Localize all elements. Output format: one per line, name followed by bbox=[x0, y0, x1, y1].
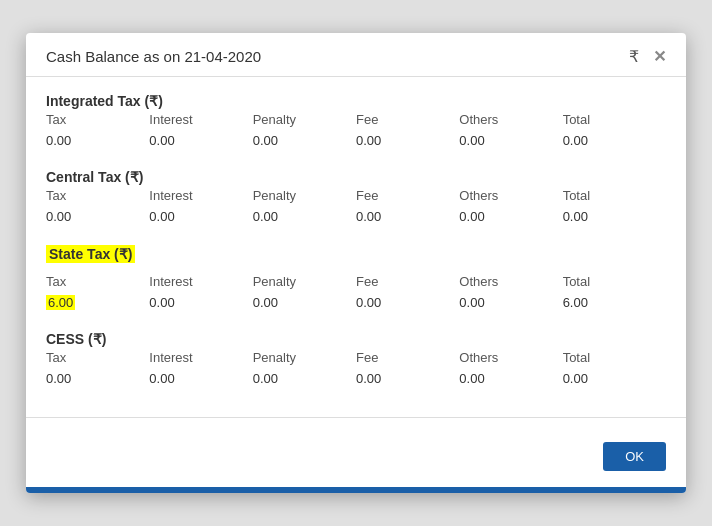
cell-state-interest: 0.00 bbox=[149, 292, 252, 313]
col-header-penalty: Penalty bbox=[253, 109, 356, 130]
col-header-total: Total bbox=[563, 185, 666, 206]
col-header-total: Total bbox=[563, 109, 666, 130]
cell-state-tax: 6.00 bbox=[46, 292, 149, 313]
col-header-total: Total bbox=[563, 347, 666, 368]
cell-state-penalty: 0.00 bbox=[253, 292, 356, 313]
table-central: TaxInterestPenaltyFeeOthersTotal0.000.00… bbox=[46, 185, 666, 227]
section-integrated-title: Integrated Tax (₹) bbox=[46, 93, 163, 109]
cell-central-interest: 0.00 bbox=[149, 206, 252, 227]
dialog-body: Integrated Tax (₹)TaxInterestPenaltyFeeO… bbox=[26, 77, 686, 417]
col-header-penalty: Penalty bbox=[253, 271, 356, 292]
col-header-interest: Interest bbox=[149, 347, 252, 368]
cell-state-total: 6.00 bbox=[563, 292, 666, 313]
section-central: Central Tax (₹)TaxInterestPenaltyFeeOthe… bbox=[46, 169, 666, 227]
table-integrated: TaxInterestPenaltyFeeOthersTotal0.000.00… bbox=[46, 109, 666, 151]
table-row: 0.000.000.000.000.000.00 bbox=[46, 206, 666, 227]
close-icon[interactable]: ✕ bbox=[653, 47, 666, 66]
cell-integrated-total: 0.00 bbox=[563, 130, 666, 151]
col-header-fee: Fee bbox=[356, 347, 459, 368]
cell-central-tax: 0.00 bbox=[46, 206, 149, 227]
dialog-title: Cash Balance as on 21-04-2020 bbox=[46, 48, 261, 65]
cell-cess-fee: 0.00 bbox=[356, 368, 459, 389]
col-header-total: Total bbox=[563, 271, 666, 292]
cell-integrated-tax: 0.00 bbox=[46, 130, 149, 151]
col-header-others: Others bbox=[459, 271, 562, 292]
cell-integrated-fee: 0.00 bbox=[356, 130, 459, 151]
section-central-title: Central Tax (₹) bbox=[46, 169, 143, 185]
col-header-interest: Interest bbox=[149, 185, 252, 206]
table-state: TaxInterestPenaltyFeeOthersTotal6.000.00… bbox=[46, 271, 666, 313]
cell-central-total: 0.00 bbox=[563, 206, 666, 227]
col-header-interest: Interest bbox=[149, 271, 252, 292]
col-header-fee: Fee bbox=[356, 271, 459, 292]
cell-cess-others: 0.00 bbox=[459, 368, 562, 389]
col-header-penalty: Penalty bbox=[253, 347, 356, 368]
cell-cess-interest: 0.00 bbox=[149, 368, 252, 389]
dialog-header: Cash Balance as on 21-04-2020 ₹ ✕ bbox=[26, 33, 686, 77]
table-row: 6.000.000.000.000.006.00 bbox=[46, 292, 666, 313]
dialog-footer: OK bbox=[26, 432, 686, 487]
footer-divider bbox=[26, 417, 686, 418]
section-state: State Tax (₹)TaxInterestPenaltyFeeOthers… bbox=[46, 245, 666, 313]
cell-integrated-penalty: 0.00 bbox=[253, 130, 356, 151]
col-header-others: Others bbox=[459, 185, 562, 206]
cell-central-penalty: 0.00 bbox=[253, 206, 356, 227]
cell-cess-tax: 0.00 bbox=[46, 368, 149, 389]
section-cess-title: CESS (₹) bbox=[46, 331, 106, 347]
rupee-icon: ₹ bbox=[629, 47, 639, 66]
cell-state-others: 0.00 bbox=[459, 292, 562, 313]
header-right: ₹ ✕ bbox=[629, 47, 666, 66]
cell-central-others: 0.00 bbox=[459, 206, 562, 227]
col-header-fee: Fee bbox=[356, 109, 459, 130]
table-row: 0.000.000.000.000.000.00 bbox=[46, 130, 666, 151]
cell-integrated-others: 0.00 bbox=[459, 130, 562, 151]
cell-cess-penalty: 0.00 bbox=[253, 368, 356, 389]
col-header-interest: Interest bbox=[149, 109, 252, 130]
ok-button[interactable]: OK bbox=[603, 442, 666, 471]
col-header-fee: Fee bbox=[356, 185, 459, 206]
col-header-tax: Tax bbox=[46, 185, 149, 206]
cell-state-fee: 0.00 bbox=[356, 292, 459, 313]
cash-balance-dialog: Cash Balance as on 21-04-2020 ₹ ✕ Integr… bbox=[26, 33, 686, 493]
table-row: 0.000.000.000.000.000.00 bbox=[46, 368, 666, 389]
col-header-penalty: Penalty bbox=[253, 185, 356, 206]
section-state-title: State Tax (₹) bbox=[46, 245, 135, 263]
col-header-others: Others bbox=[459, 109, 562, 130]
col-header-tax: Tax bbox=[46, 271, 149, 292]
cell-integrated-interest: 0.00 bbox=[149, 130, 252, 151]
table-cess: TaxInterestPenaltyFeeOthersTotal0.000.00… bbox=[46, 347, 666, 389]
section-integrated: Integrated Tax (₹)TaxInterestPenaltyFeeO… bbox=[46, 93, 666, 151]
cell-central-fee: 0.00 bbox=[356, 206, 459, 227]
col-header-tax: Tax bbox=[46, 109, 149, 130]
section-cess: CESS (₹)TaxInterestPenaltyFeeOthersTotal… bbox=[46, 331, 666, 389]
cell-cess-total: 0.00 bbox=[563, 368, 666, 389]
col-header-tax: Tax bbox=[46, 347, 149, 368]
col-header-others: Others bbox=[459, 347, 562, 368]
bottom-bar bbox=[26, 487, 686, 493]
